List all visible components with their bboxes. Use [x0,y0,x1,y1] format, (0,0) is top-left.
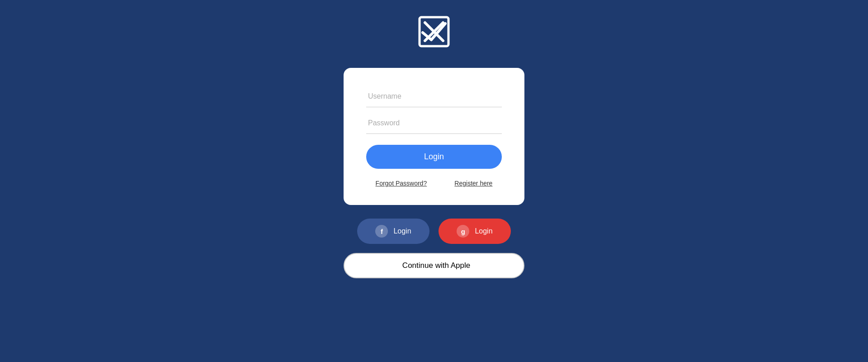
password-input[interactable] [366,113,502,134]
facebook-login-button[interactable]: f Login [357,219,429,244]
facebook-login-label: Login [393,227,411,235]
google-login-button[interactable]: g Login [439,219,511,244]
register-link[interactable]: Register here [454,180,492,187]
login-card: Login Forgot Password? Register here [344,68,524,205]
apple-login-button[interactable]: Continue with Apple [344,253,524,278]
app-logo-icon [416,14,452,50]
facebook-icon: f [375,225,388,238]
login-button[interactable]: Login [366,145,502,169]
social-buttons-row: f Login g Login [357,219,511,244]
apple-login-label: Continue with Apple [402,261,470,270]
username-input[interactable] [366,86,502,107]
logo-container [416,14,452,50]
google-icon: g [457,225,469,238]
forgot-password-link[interactable]: Forgot Password? [376,180,427,187]
google-login-label: Login [475,227,492,235]
links-row: Forgot Password? Register here [366,180,502,187]
